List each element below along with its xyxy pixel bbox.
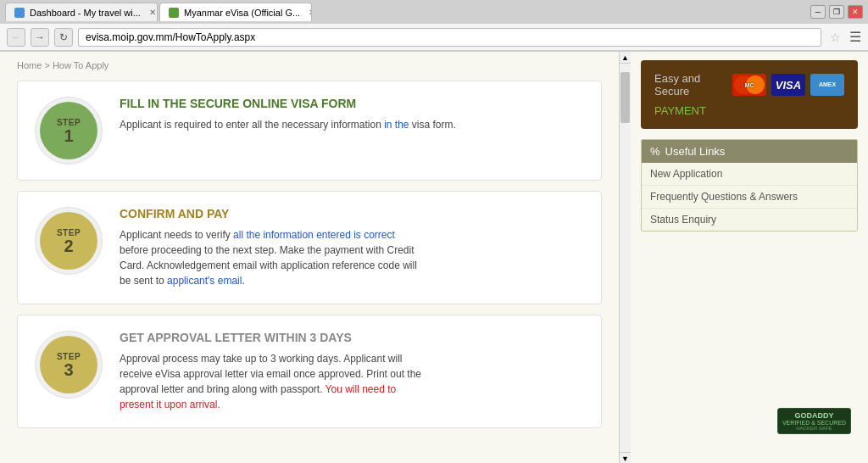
payment-banner-bottom: PAYMENT: [654, 104, 844, 117]
step-3-num: 3: [64, 361, 73, 378]
scroll-thumb[interactable]: [620, 72, 630, 123]
breadcrumb-how-to-apply[interactable]: How To Apply: [53, 60, 108, 70]
step-2-content: CONFIRM AND PAY Applicant needs to verif…: [120, 207, 584, 288]
godaddy-text: GODADDY: [782, 411, 846, 420]
restore-button[interactable]: ❐: [829, 5, 844, 19]
step-1-circle-outer: STEP 1: [35, 97, 103, 165]
mastercard-icon: MC: [732, 74, 766, 96]
step-3-title: GET APPROVAL LETTER WITHIN 3 DAYS: [120, 331, 584, 344]
page-area: Home > How To Apply STEP 1 FILL IN THE S…: [0, 52, 868, 463]
verified-badge-area: GODADDY VERIFIED & SECURED HACKER SAFE: [777, 408, 851, 434]
step-1-content: FILL IN THE SECURE ONLINE VISA FORM Appl…: [120, 97, 584, 132]
tab-dashboard[interactable]: Dashboard - My travel wi... ✕: [5, 3, 158, 21]
godaddy-badge: GODADDY VERIFIED & SECURED HACKER SAFE: [777, 408, 851, 434]
step-1-num: 1: [64, 127, 73, 144]
amex-icon: AMEX: [810, 74, 844, 96]
forward-button[interactable]: →: [31, 28, 49, 47]
step-3-label: STEP: [57, 352, 81, 361]
tab-close-btn-evisa[interactable]: ✕: [309, 8, 312, 17]
browser-chrome: Dashboard - My travel wi... ✕ Myanmar eV…: [0, 0, 868, 52]
step-3-highlight: You will need to: [326, 383, 397, 395]
breadcrumb: Home > How To Apply: [17, 60, 602, 70]
easy-secure-text: Easy and Secure: [654, 72, 732, 98]
reload-button[interactable]: ↻: [54, 28, 73, 47]
back-button[interactable]: ←: [7, 28, 25, 47]
minimize-button[interactable]: ─: [810, 5, 826, 19]
step-1-title: FILL IN THE SECURE ONLINE VISA FORM: [120, 97, 584, 110]
step-2-card: STEP 2 CONFIRM AND PAY Applicant needs t…: [17, 191, 602, 304]
title-bar: Dashboard - My travel wi... ✕ Myanmar eV…: [0, 0, 868, 24]
step-1-highlight: in the: [384, 119, 409, 131]
window-controls: ─ ❐ ✕: [810, 5, 863, 19]
scroll-up-button[interactable]: ▲: [620, 52, 632, 64]
right-sidebar: Easy and Secure MC VISA AMEX: [631, 52, 868, 463]
tab-evisa[interactable]: Myanmar eVisa (Official G... ✕: [159, 3, 312, 21]
links-icon: %: [650, 145, 660, 158]
step-2-highlight2: applicant's email: [167, 275, 242, 287]
step-3-circle-outer: STEP 3: [35, 331, 103, 399]
menu-button[interactable]: ☰: [849, 29, 861, 45]
steps-container: STEP 1 FILL IN THE SECURE ONLINE VISA FO…: [17, 81, 602, 438]
link-new-application[interactable]: New Application: [642, 163, 857, 186]
step-2-desc: Applicant needs to verify all the inform…: [120, 227, 584, 288]
links-list: New Application Frequently Questions & A…: [642, 163, 857, 231]
tab-favicon: [14, 8, 25, 18]
hacker-safe-text: HACKER SAFE: [782, 426, 846, 431]
step-2-title: CONFIRM AND PAY: [120, 207, 584, 220]
verified-text: VERIFIED & SECURED: [782, 420, 846, 426]
tab-favicon-evisa: [169, 8, 179, 18]
useful-links-title: Useful Links: [665, 145, 726, 158]
useful-links-header: % Useful Links: [642, 140, 857, 163]
close-button[interactable]: ✕: [848, 5, 863, 19]
payment-banner: Easy and Secure MC VISA AMEX: [641, 60, 858, 129]
tab-label-evisa: Myanmar eVisa (Official G...: [184, 8, 300, 18]
nav-bar: ← → ↻ ☆ ☰: [0, 24, 868, 51]
visa-icon: VISA: [771, 74, 805, 96]
step-2-circle: STEP 2: [40, 212, 97, 270]
breadcrumb-home[interactable]: Home: [17, 60, 42, 70]
link-status-enquiry[interactable]: Status Enquiry: [642, 209, 857, 231]
tab-label: Dashboard - My travel wi...: [30, 8, 141, 18]
step-1-desc: Applicant is required to enter all the n…: [120, 117, 584, 132]
payment-cards: MC VISA AMEX: [732, 74, 844, 96]
step-2-highlight1: all the information entered is correct: [233, 229, 395, 241]
useful-links-section: % Useful Links New Application Frequentl…: [641, 139, 858, 232]
payment-banner-top: Easy and Secure MC VISA AMEX: [654, 72, 844, 98]
step-3-card: STEP 3 GET APPROVAL LETTER WITHIN 3 DAYS…: [17, 315, 602, 428]
tab-close-btn[interactable]: ✕: [149, 8, 156, 17]
scroll-down-button[interactable]: ▼: [620, 452, 632, 463]
scroll-track[interactable]: ▲ ▼: [619, 52, 631, 463]
step-3-desc: Approval process may take up to 3 workin…: [120, 351, 584, 412]
link-faq[interactable]: Frequently Questions & Answers: [642, 186, 857, 209]
step-1-circle: STEP 1: [40, 102, 97, 159]
step-1-card: STEP 1 FILL IN THE SECURE ONLINE VISA FO…: [17, 81, 602, 181]
main-content: Home > How To Apply STEP 1 FILL IN THE S…: [0, 52, 619, 463]
step-2-num: 2: [64, 237, 73, 254]
payment-green-text: PAYMENT: [654, 104, 706, 117]
step-1-label: STEP: [57, 118, 81, 127]
step-3-content: GET APPROVAL LETTER WITHIN 3 DAYS Approv…: [120, 331, 584, 412]
step-2-circle-outer: STEP 2: [35, 207, 103, 275]
step-2-label: STEP: [57, 228, 81, 237]
scroll-thumb-area[interactable]: [620, 64, 631, 452]
step-3-highlight2: present it upon arrival.: [120, 399, 220, 410]
step-3-circle: STEP 3: [40, 336, 97, 393]
bookmark-button[interactable]: ☆: [830, 31, 841, 44]
address-bar[interactable]: [78, 28, 821, 47]
tab-bar: Dashboard - My travel wi... ✕ Myanmar eV…: [5, 3, 312, 21]
payment-label: PAYMENT: [654, 104, 706, 117]
